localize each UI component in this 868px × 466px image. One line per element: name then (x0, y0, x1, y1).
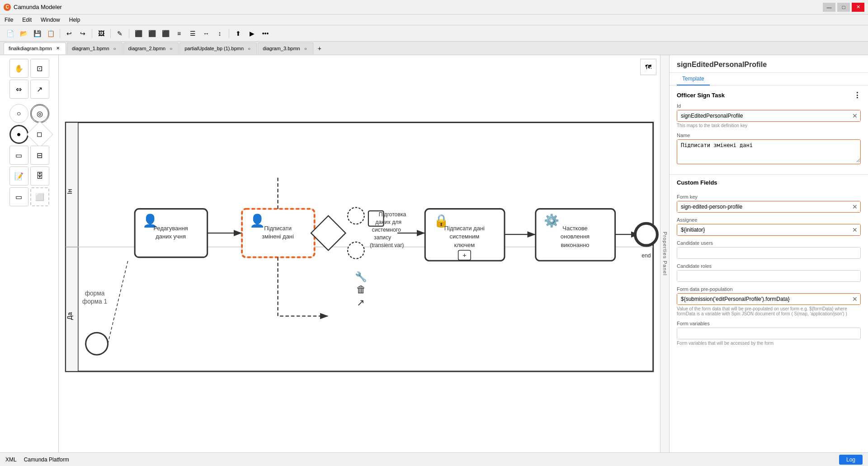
tab-close-finalkdiagram[interactable]: ✕ (55, 45, 61, 51)
intermediate-event-tool[interactable]: ◎ (30, 104, 49, 123)
form-variables-input[interactable] (677, 328, 860, 339)
assignee-input[interactable] (677, 224, 860, 235)
form-key-input[interactable] (677, 201, 860, 212)
tab-partialupdate[interactable]: partialUpdate_bp (1).bpmn ○ (179, 43, 257, 54)
new-button[interactable]: 📄 (4, 27, 16, 40)
data-object-tool[interactable]: 🗄 (30, 166, 49, 185)
save-as-button[interactable]: 📋 (44, 27, 57, 40)
tab-diagram3[interactable]: diagram_3.bpmn ○ (258, 43, 313, 54)
start-event-tool[interactable]: ○ (9, 104, 28, 123)
redo-button[interactable]: ↪ (76, 27, 89, 40)
log-button[interactable]: Log (839, 455, 863, 465)
properties-panel: signEditedPersonalProfile Template Offic… (669, 55, 868, 452)
tab-diagram2[interactable]: diagram_2.bpmn ○ (123, 43, 179, 54)
svg-text:даних учня: даних учня (156, 233, 186, 240)
id-input[interactable] (677, 110, 860, 121)
space-h-button[interactable]: ↔ (200, 27, 212, 40)
undo-button[interactable]: ↩ (63, 27, 75, 40)
candidate-roles-field: Candidate roles (677, 263, 861, 282)
svg-text:системним: системним (450, 233, 480, 240)
svg-text:ключем: ключем (454, 242, 475, 248)
space-v-button[interactable]: ↕ (213, 27, 226, 40)
properties-tab-template[interactable]: Template (677, 73, 710, 86)
svg-rect-1 (66, 123, 78, 247)
form-key-input-wrap: ✕ (677, 201, 861, 213)
svg-text:запису: запису (374, 234, 392, 241)
candidate-roles-input[interactable] (677, 271, 860, 281)
toolbar-sep-4 (129, 29, 129, 38)
id-clear-button[interactable]: ✕ (852, 112, 858, 119)
close-button[interactable]: ✕ (852, 3, 864, 12)
connect-tool[interactable]: ⇔ (9, 80, 28, 99)
form-data-clear-button[interactable]: ✕ (852, 295, 858, 303)
distribute-h-button[interactable]: ≡ (173, 27, 185, 40)
properties-main-section: Officer Sign Task ⋮ Id ✕ This maps to th… (670, 86, 868, 174)
gateway-tool[interactable]: ◇ (26, 121, 53, 147)
arrow-tool[interactable]: ↗ (30, 80, 49, 99)
custom-fields-header: Custom Fields (670, 174, 868, 189)
toolbar-sep-2 (92, 29, 92, 38)
align-left-button[interactable]: ⬛ (132, 27, 145, 40)
form-variables-input-wrap (677, 328, 861, 339)
tab-close-partialupdate[interactable]: ○ (246, 46, 252, 52)
align-right-button[interactable]: ⬛ (159, 27, 172, 40)
maximize-button[interactable]: □ (837, 3, 850, 12)
play-button[interactable]: ▶ (245, 27, 258, 40)
image-button[interactable]: 🖼 (95, 27, 108, 40)
properties-title: signEditedPersonalProfile (677, 61, 861, 69)
distribute-v-button[interactable]: ☰ (186, 27, 199, 40)
more-button[interactable]: ••• (259, 27, 272, 40)
tab-label: finalkdiagram.bpmn (9, 46, 52, 51)
form-data-pre-population-input[interactable] (677, 294, 860, 304)
tab-close-diagram2[interactable]: ○ (168, 46, 174, 52)
group-tool[interactable]: ⬜ (30, 187, 49, 206)
form-data-pre-population-label: Form data pre-population (677, 286, 861, 292)
menu-help[interactable]: Help (66, 16, 83, 24)
form-key-field: Form key ✕ (677, 194, 861, 213)
hand-tool[interactable]: ✋ (9, 59, 28, 78)
svg-text:оновлення: оновлення (561, 233, 590, 240)
tab-label: diagram_2.bpmn (128, 46, 166, 51)
tab-close-diagram3[interactable]: ○ (303, 46, 308, 52)
form-key-label: Form key (677, 194, 861, 200)
menubar: File Edit Window Help (0, 14, 868, 25)
form-data-pre-population-input-wrap: ✕ (677, 293, 861, 305)
form-data-hint: Value of the form data that will be pre-… (677, 306, 861, 316)
tab-add-button[interactable]: + (314, 43, 325, 54)
form-variables-label: Form variables (677, 321, 861, 326)
minimap-button[interactable]: 🗺 (640, 59, 656, 75)
align-center-button[interactable]: ⬛ (146, 27, 158, 40)
name-input[interactable] (677, 140, 860, 162)
end-event-tool[interactable]: ● (9, 125, 28, 144)
statusbar-xml[interactable]: XML (5, 456, 17, 463)
svg-text:(transient var): (transient var) (370, 242, 404, 248)
save-button[interactable]: 💾 (31, 27, 43, 40)
candidate-users-input[interactable] (677, 247, 860, 258)
open-button[interactable]: 📂 (17, 27, 30, 40)
import-button[interactable]: ⬆ (232, 27, 245, 40)
assignee-clear-button[interactable]: ✕ (852, 226, 858, 233)
assignee-input-wrap: ✕ (677, 224, 861, 236)
tabs-bar: finalkdiagram.bpmn ✕ diagram_1.bpmn ○ di… (0, 42, 868, 55)
menu-file[interactable]: File (2, 16, 16, 24)
menu-window[interactable]: Window (38, 16, 63, 24)
svg-text:⚙️: ⚙️ (544, 213, 560, 228)
tab-diagram1[interactable]: diagram_1.bpmn ○ (67, 43, 123, 54)
menu-edit[interactable]: Edit (19, 16, 34, 24)
tab-close-diagram1[interactable]: ○ (112, 46, 118, 52)
tab-label: partialUpdate_bp (1).bpmn (184, 46, 244, 51)
subprocess-tool[interactable]: ⊟ (30, 146, 49, 165)
more-options-icon[interactable]: ⋮ (854, 91, 861, 100)
form-variables-hint: Form variables that will be accessed by … (677, 341, 861, 346)
canvas[interactable]: 🗺 Ін Да форма форма 1 👤 Редагування (59, 55, 660, 452)
lasso-button[interactable]: ✎ (113, 27, 126, 40)
minimize-button[interactable]: — (823, 3, 835, 12)
lasso-tool[interactable]: ⊡ (30, 59, 49, 78)
annotation-tool[interactable]: 📝 (9, 166, 28, 185)
pool-tool[interactable]: ▭ (9, 187, 28, 206)
statusbar-platform: Camunda Platform (24, 456, 69, 463)
id-label: Id (677, 103, 861, 109)
task-tool[interactable]: ▭ (9, 146, 28, 165)
tab-finalkdiagram[interactable]: finalkdiagram.bpmn ✕ (4, 43, 66, 54)
form-key-clear-button[interactable]: ✕ (852, 203, 858, 210)
